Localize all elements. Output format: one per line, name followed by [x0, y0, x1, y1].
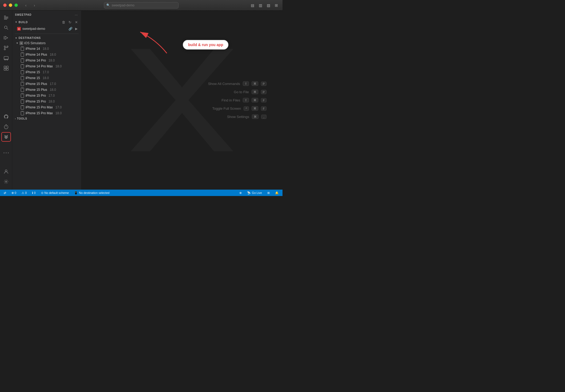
device-list-item[interactable]: iPhone 15 Plus 18.0: [12, 87, 81, 93]
minimize-button[interactable]: [9, 3, 12, 7]
device-version: 18.0: [49, 59, 55, 62]
notification-status[interactable]: 🔔: [274, 191, 280, 195]
device-name: iPhone 14 Pro Max: [26, 64, 53, 68]
app-body: SWEETPAD ··· ▼ BUILD 🗑 ↻ ✕ ◈ sweetpad-de…: [0, 11, 282, 190]
device-list-item[interactable]: iPhone 15 18.0: [12, 75, 81, 81]
destination-icon: 📱: [74, 191, 78, 195]
svg-marker-6: [5, 36, 8, 39]
search-input[interactable]: [112, 3, 176, 7]
global-search[interactable]: 🔍: [104, 2, 179, 9]
activity-sweetpad[interactable]: [1, 132, 11, 142]
device-list-item[interactable]: iPhone 14 18.0: [12, 46, 81, 52]
svg-rect-0: [4, 16, 6, 16]
device-list-item[interactable]: iPhone 14 Pro 18.0: [12, 58, 81, 63]
golive-status[interactable]: 📡 Go Live: [246, 191, 263, 195]
signal-status[interactable]: ⊕: [238, 191, 243, 195]
warnings-status[interactable]: ⚠ 0: [21, 191, 28, 195]
activity-github[interactable]: [1, 112, 11, 121]
bell-icon: 🔔: [275, 191, 279, 195]
no-scheme-text: No default scheme: [45, 191, 69, 194]
info-status[interactable]: ℹ 0: [31, 191, 37, 195]
activity-extensions[interactable]: [1, 63, 11, 73]
build-delete-button[interactable]: 🗑: [61, 20, 66, 24]
device-name: iPhone 15 Plus: [26, 88, 47, 92]
project-item[interactable]: ◈ sweetpad-demo 🔗 ▶: [12, 26, 81, 32]
activity-account[interactable]: [1, 167, 11, 176]
ios-simulators-group[interactable]: ▼ S iOS Simulators: [12, 40, 81, 46]
svg-point-15: [7, 60, 7, 60]
activity-more[interactable]: [1, 148, 11, 158]
project-run-button[interactable]: ▶: [74, 26, 79, 31]
destination-status[interactable]: 📱 No destination selected: [73, 191, 110, 195]
project-link-button[interactable]: 🔗: [68, 26, 73, 31]
errors-status[interactable]: ⊗ 0: [10, 191, 17, 195]
share-status[interactable]: ⊞: [266, 191, 271, 195]
device-version: 18.0: [43, 47, 49, 51]
svg-rect-18: [4, 68, 6, 70]
activity-settings[interactable]: [1, 177, 11, 186]
warnings-count: ⚠ 0: [22, 191, 27, 195]
svg-point-25: [8, 153, 9, 153]
split-editor-button[interactable]: ▧: [265, 2, 271, 8]
device-list-item[interactable]: iPhone 15 17.0: [12, 69, 81, 75]
sidebar: SWEETPAD ··· ▼ BUILD 🗑 ↻ ✕ ◈ sweetpad-de…: [12, 11, 82, 190]
sweetpad-more-button[interactable]: ···: [74, 12, 79, 17]
device-name: iPhone 15: [26, 76, 40, 80]
ios-simulators-label: iOS Simulators: [24, 41, 46, 45]
svg-point-14: [5, 60, 5, 60]
device-list-item[interactable]: iPhone 15 Pro Max 17.0: [12, 104, 81, 110]
device-list-item[interactable]: iPhone 14 Pro Max 18.0: [12, 63, 81, 69]
build-cancel-button[interactable]: ✕: [74, 20, 79, 24]
nav-buttons: ‹ ›: [22, 2, 38, 8]
annotation-tooltip: build & run you app: [183, 40, 228, 50]
status-bar-right: ⊕ 📡 Go Live ⊞ 🔔: [238, 191, 280, 195]
svg-point-24: [6, 153, 6, 153]
project-name: sweetpad-demo: [22, 27, 45, 31]
device-list: iPhone 14 18.0 iPhone 14 Plus 18.0 iPhon…: [12, 46, 81, 116]
device-version: 17.0: [43, 70, 49, 74]
search-icon: 🔍: [106, 3, 110, 7]
remote-indicator[interactable]: ⇄: [3, 191, 7, 195]
device-list-item[interactable]: iPhone 14 Plus 18.0: [12, 52, 81, 58]
scheme-status[interactable]: ⊙ No default scheme: [40, 191, 70, 195]
device-version: 18.0: [50, 88, 56, 92]
shortcut-fullscreen: Toggle Full Screen ^ ⌘ F: [208, 106, 267, 111]
activity-git[interactable]: [1, 43, 11, 53]
device-version: 18.0: [49, 100, 55, 103]
device-list-item[interactable]: iPhone 15 Pro 18.0: [12, 99, 81, 104]
device-list-item[interactable]: iPhone 15 Pro Max 18.0: [12, 110, 81, 116]
device-name: iPhone 15 Plus: [26, 82, 47, 86]
no-scheme-label: ⊙: [41, 191, 43, 195]
close-button[interactable]: [3, 3, 7, 7]
device-icon: [21, 105, 24, 109]
activity-timer[interactable]: [1, 122, 11, 132]
sidebar-divider: [15, 34, 79, 34]
main-content: Show All Commands ⇧ ⌘ P Go to File ⌘ P F…: [82, 11, 282, 190]
device-list-item[interactable]: iPhone 15 Plus 17.0: [12, 81, 81, 87]
tools-chevron-icon: ›: [15, 117, 16, 120]
device-icon: [21, 111, 24, 115]
activity-search[interactable]: [1, 23, 11, 32]
shortcut-go-to-file: Go to File ⌘ P: [208, 90, 267, 94]
activity-remote[interactable]: [1, 53, 11, 63]
panel-toggle-button[interactable]: ▥: [257, 2, 263, 8]
shortcut-settings: Show Settings ⌘ ,: [208, 115, 267, 119]
destinations-chevron-icon: ▼: [15, 37, 18, 39]
antenna-icon: 📡: [247, 191, 251, 195]
activity-explorer[interactable]: [1, 13, 11, 22]
back-button[interactable]: ‹: [22, 2, 30, 8]
share-icon: ⊞: [267, 191, 270, 195]
remote-icon: ⇄: [4, 191, 6, 195]
svg-point-9: [4, 49, 5, 50]
layout-button[interactable]: ⊞: [273, 2, 279, 8]
sidebar-toggle-button[interactable]: ▤: [249, 2, 255, 8]
device-version: 18.0: [50, 53, 56, 56]
activity-run[interactable]: [1, 33, 11, 43]
build-refresh-button[interactable]: ↻: [67, 20, 72, 24]
tools-row[interactable]: › TOOLS: [12, 116, 81, 121]
device-list-item[interactable]: iPhone 15 Pro 17.0: [12, 93, 81, 99]
maximize-button[interactable]: [14, 3, 18, 7]
device-name: iPhone 15 Pro Max: [26, 105, 53, 109]
device-version: 18.0: [55, 111, 62, 115]
forward-button[interactable]: ›: [31, 2, 38, 8]
